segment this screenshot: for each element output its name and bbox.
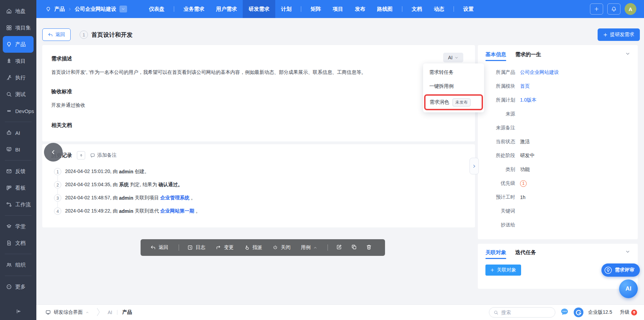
zentao-logo-icon[interactable] (574, 308, 583, 317)
bell-icon (611, 6, 617, 12)
sort-toggle-button[interactable] (77, 151, 85, 159)
menu-item-story-to-task[interactable]: 需求转任务 (423, 66, 484, 79)
toolbar-log-button[interactable]: 日志 (187, 244, 205, 251)
workspace-switcher[interactable]: 研发综合界面 (45, 309, 89, 315)
expand-right-panel-button[interactable] (469, 158, 479, 174)
chat-bubble-icon (560, 308, 569, 316)
avatar[interactable]: A (625, 3, 636, 15)
more-circle-icon (6, 284, 12, 290)
breadcrumb-section[interactable]: 产品 (54, 6, 65, 12)
field-row-product: 所属产品 公司企业网站建设 (485, 66, 630, 79)
create-plus-button[interactable] (590, 3, 603, 15)
sidebar-item-more[interactable]: 更多 (0, 278, 36, 295)
history-entry: 4 2024-04-02 15:49:22, 由 admin 关联到迭代 企业网… (54, 205, 466, 218)
history-link[interactable]: 企业网站第一期 (160, 208, 194, 214)
history-text: 2024-04-02 15:01:20, 由 (65, 168, 118, 175)
sidebar-item-kanban[interactable]: 看板 (0, 180, 36, 196)
tab-roadmap[interactable]: 路线图 (371, 0, 399, 18)
sidebar-item-program[interactable]: 项目集 (0, 19, 36, 36)
sidebar-item-execution[interactable]: 执行 (0, 69, 36, 86)
sidebar-collapse-button[interactable] (0, 308, 36, 314)
tab-release[interactable]: 发布 (349, 0, 371, 18)
sidebar-item-devops[interactable]: DevOps (0, 103, 36, 119)
field-value: 激活 (520, 139, 530, 145)
sidebar-item-doc[interactable]: 文档 (0, 235, 36, 251)
upgrade-arrow-icon (631, 310, 637, 315)
tab-dynamic[interactable]: 动态 (428, 0, 450, 18)
field-value-link[interactable]: 公司企业网站建设 (520, 69, 559, 76)
sidebar-divider (5, 160, 32, 161)
history-actor: admin (119, 169, 133, 174)
history-entry: 3 2024-04-02 15:48:57, 由 admin 关联到项目 企业管… (54, 191, 466, 205)
sidebar-item-qa[interactable]: 测试 (0, 86, 36, 103)
collapse-panel-button[interactable] (625, 51, 630, 57)
desc-heading: 需求描述 (51, 55, 463, 62)
tab-story-life[interactable]: 需求的一生 (515, 51, 541, 61)
add-related-object-button[interactable]: 关联对象 (485, 265, 521, 276)
delete-button[interactable] (366, 244, 372, 251)
sidebar-item-project[interactable]: 项目 (0, 53, 36, 69)
field-value-link[interactable]: 1.0版本 (520, 97, 536, 103)
toolbar-divider (179, 244, 179, 251)
ai-assistant-fab[interactable]: AI (619, 279, 638, 298)
sidebar-item-ai[interactable]: AI (0, 124, 36, 141)
toolbar-assign-button[interactable]: 指派 (244, 244, 262, 251)
related-panel-tabs: 关联对象 迭代任务 (485, 249, 630, 259)
tab-settings[interactable]: 设置 (457, 0, 480, 18)
history-text: 2024-04-02 15:48:57, 由 (65, 195, 118, 201)
bottom-product-item[interactable]: 产品 (122, 309, 132, 315)
toolbar-back-button[interactable]: 返回 (150, 244, 168, 251)
tab-doc[interactable]: 文档 (406, 0, 428, 18)
sidebar-item-home[interactable]: 地盘 (0, 3, 36, 19)
story-review-button[interactable]: 需求评审 (601, 263, 640, 277)
create-story-button[interactable]: 提研发需求 (598, 28, 640, 41)
menu-item-polish-story[interactable]: 需求润色 未发布 (424, 94, 483, 110)
history-link[interactable]: 企业管理系统 (160, 195, 189, 201)
toolbar-usecase-button[interactable]: 用例 (301, 244, 317, 251)
sidebar-item-school[interactable]: 学堂 (0, 218, 36, 235)
notification-button[interactable] (607, 3, 620, 15)
tab-project[interactable]: 项目 (327, 0, 349, 18)
tab-matrix[interactable]: 矩阵 (305, 0, 327, 18)
info-fields: 所属产品 公司企业网站建设 所属模块 首页 所属计划 1.0版本 来源 来源备注… (485, 66, 630, 232)
toolbar-close-button[interactable]: 关闭 (272, 244, 290, 251)
history-entry: 1 2024-04-02 15:01:20, 由 admin 创建。 (54, 165, 466, 178)
desc-text: 首页设计和开发', '作为一名本公司的用户，我希望可以在首页看到该公司网站的基本… (51, 69, 463, 76)
product-switch-chip[interactable] (119, 6, 127, 12)
field-row-cc: 抄送给 (485, 218, 630, 232)
chat-bubble-button[interactable] (560, 308, 569, 317)
field-row-priority: 优先级 1 (485, 176, 630, 190)
tab-iteration-tasks[interactable]: 迭代任务 (515, 249, 536, 259)
sidebar-item-feedback[interactable]: 反馈 (0, 163, 36, 180)
upgrade-link[interactable]: 升级 (620, 309, 637, 315)
ai-dropdown-button[interactable]: AI (443, 53, 463, 62)
back-button[interactable]: 返回 (42, 28, 71, 41)
tab-basic-info[interactable]: 基本信息 (485, 51, 506, 61)
tab-related-objects[interactable]: 关联对象 (485, 249, 506, 259)
sidebar-item-product[interactable]: 产品 (3, 36, 34, 53)
field-value-link[interactable]: 首页 (520, 83, 530, 89)
toolbar-change-button[interactable]: 变更 (216, 244, 234, 251)
menu-item-split-usecase[interactable]: 一键拆用例 (423, 79, 484, 93)
add-note-link[interactable]: 添加备注 (90, 152, 117, 158)
field-label: 类别 (485, 166, 515, 173)
bottom-ai-item[interactable]: AI (108, 310, 112, 315)
tab-dashboard[interactable]: 仪表盘 (143, 0, 170, 18)
sidebar-item-label: 看板 (15, 185, 26, 191)
sidebar-item-workflow[interactable]: 工作流 (0, 196, 36, 213)
tab-user-story[interactable]: 用户需求 (210, 0, 243, 18)
edit-button[interactable] (336, 244, 342, 251)
breadcrumb-separator-icon (97, 307, 100, 318)
breadcrumb-current[interactable]: 公司企业网站建设 (75, 6, 116, 12)
search-input[interactable] (501, 310, 546, 315)
tab-dev-story[interactable]: 研发需求 (243, 0, 275, 18)
tab-business-story[interactable]: 业务需求 (178, 0, 210, 18)
infinity-icon (6, 108, 12, 114)
tab-plan[interactable]: 计划 (275, 0, 297, 18)
sidebar-item-org[interactable]: 组织 (0, 257, 36, 273)
copy-button[interactable] (351, 244, 357, 251)
chevron-right-icon (472, 164, 476, 168)
sidebar-item-bi[interactable]: BI (0, 141, 36, 158)
collapse-left-panel-button[interactable] (44, 143, 63, 162)
collapse-panel-button[interactable] (625, 249, 630, 255)
